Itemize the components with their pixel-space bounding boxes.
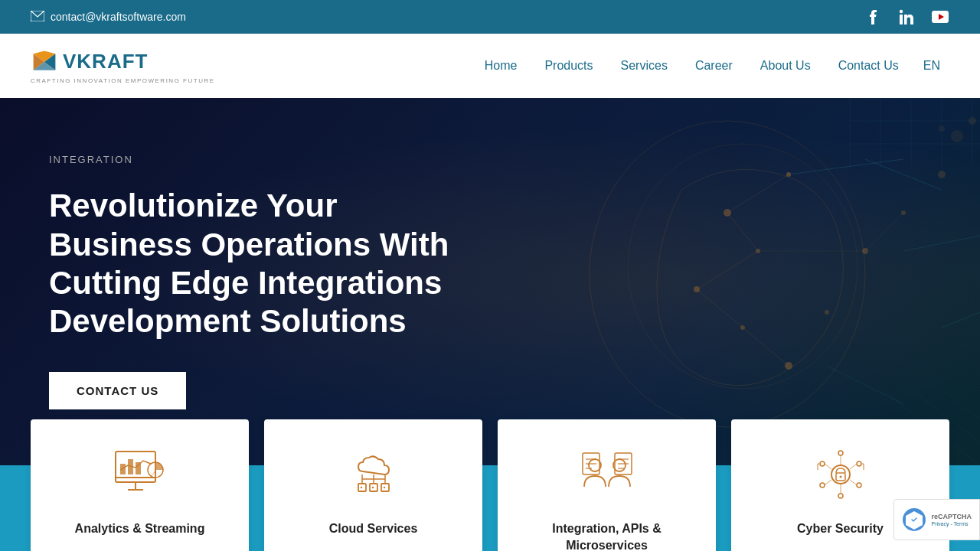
svg-point-60 <box>371 487 373 488</box>
svg-point-2 <box>900 10 903 13</box>
integration-icon <box>577 444 638 505</box>
svg-line-25 <box>697 289 743 328</box>
svg-point-7 <box>628 144 858 389</box>
cloud-icon <box>343 444 404 505</box>
cards-section: Analytics & Streaming <box>0 465 980 551</box>
svg-point-75 <box>820 461 825 466</box>
youtube-icon[interactable] <box>931 8 949 26</box>
svg-line-84 <box>850 480 857 485</box>
card-integration-label: Integration, APIs & Microservices <box>513 520 701 551</box>
nav-about[interactable]: About Us <box>748 53 823 79</box>
nav-contact[interactable]: Contact Us <box>826 53 911 79</box>
svg-line-23 <box>727 213 758 251</box>
hero-title: Revolutionize Your Business Operations W… <box>49 187 487 341</box>
logo-icon <box>31 48 58 76</box>
recaptcha-badge: reCAPTCHA Privacy - Terms <box>893 499 980 540</box>
facebook-icon[interactable] <box>864 8 882 26</box>
svg-line-12 <box>827 366 903 404</box>
svg-point-80 <box>838 494 843 498</box>
svg-point-79 <box>838 451 843 455</box>
logo-tagline: CRAFTING INNOVATION EMPOWERING FUTURE <box>31 77 215 84</box>
hero-content: INTEGRATION Revolutionize Your Business … <box>0 154 536 409</box>
hero-section: INTEGRATION Revolutionize Your Business … <box>0 98 980 465</box>
svg-rect-1 <box>900 15 903 24</box>
svg-line-40 <box>942 389 980 419</box>
svg-point-43 <box>939 126 945 132</box>
logo[interactable]: VKRAFT CRAFTING INNOVATION EMPOWERING FU… <box>31 48 215 84</box>
linkedin-icon[interactable] <box>897 8 916 26</box>
svg-line-8 <box>789 159 903 174</box>
svg-point-6 <box>590 121 865 427</box>
navigation: VKRAFT CRAFTING INNOVATION EMPOWERING FU… <box>0 34 980 98</box>
email-contact: contact@vkraftsoftware.com <box>31 11 186 24</box>
social-links <box>864 8 949 26</box>
cybersecurity-icon <box>810 444 871 505</box>
email-address: contact@vkraftsoftware.com <box>51 11 186 23</box>
card-analytics-label: Analytics & Streaming <box>75 520 205 537</box>
svg-point-59 <box>360 487 361 488</box>
svg-line-81 <box>825 464 831 469</box>
svg-line-83 <box>825 480 831 485</box>
card-analytics[interactable]: Analytics & Streaming <box>31 419 249 551</box>
recaptcha-logo-icon <box>902 507 926 532</box>
svg-line-24 <box>697 251 758 289</box>
svg-point-77 <box>820 483 825 487</box>
nav-career[interactable]: Career <box>683 53 745 79</box>
card-integration[interactable]: Integration, APIs & Microservices <box>498 419 716 551</box>
recaptcha-links[interactable]: Privacy - Terms <box>931 521 972 527</box>
nav-links: Home Products Services Career About Us C… <box>472 53 949 79</box>
svg-line-27 <box>727 174 789 213</box>
nav-products[interactable]: Products <box>532 53 605 79</box>
cards-row: Analytics & Streaming <box>31 419 949 551</box>
svg-point-74 <box>839 476 841 478</box>
svg-line-11 <box>942 312 980 328</box>
svg-point-78 <box>857 483 861 487</box>
email-icon <box>31 11 44 24</box>
svg-line-10 <box>903 236 980 251</box>
svg-point-41 <box>951 130 963 142</box>
svg-point-42 <box>969 117 976 125</box>
svg-point-76 <box>857 461 861 466</box>
contact-us-button[interactable]: CONTACT US <box>49 372 186 409</box>
nav-services[interactable]: Services <box>609 53 680 79</box>
recaptcha-label: reCAPTCHA <box>931 513 972 522</box>
card-cloud-label: Cloud Services <box>329 520 418 537</box>
svg-line-82 <box>850 464 857 469</box>
svg-point-19 <box>825 310 829 315</box>
hero-tag: INTEGRATION <box>49 154 487 165</box>
svg-point-22 <box>938 171 946 178</box>
language-selector[interactable]: EN <box>914 53 949 79</box>
top-bar: contact@vkraftsoftware.com <box>0 0 980 34</box>
logo-text: VKRAFT <box>63 50 148 73</box>
svg-point-61 <box>383 487 384 488</box>
card-cybersecurity-label: Cyber Security <box>797 520 884 537</box>
card-cloud[interactable]: Cloud Services <box>264 419 482 551</box>
svg-line-29 <box>865 213 903 251</box>
svg-line-26 <box>743 328 789 366</box>
svg-line-9 <box>865 159 942 190</box>
analytics-icon <box>109 444 171 505</box>
nav-home[interactable]: Home <box>472 53 530 79</box>
